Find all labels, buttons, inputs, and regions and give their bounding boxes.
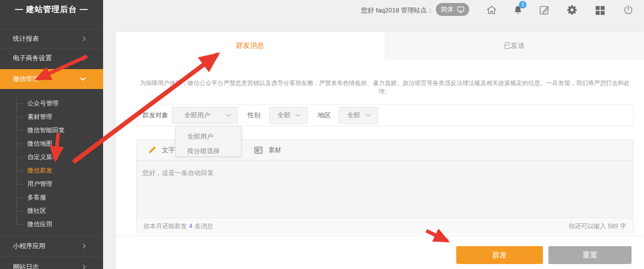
sidebar-item-smart-reply[interactable]: 微信智能回复 (27, 126, 65, 134)
quota-prefix: 你本月还能群发 (143, 223, 187, 230)
app-title: — 建站管理后台 — (0, 4, 103, 15)
tab-mass-send[interactable]: 群发消息 (116, 32, 385, 60)
grid-icon (594, 4, 606, 16)
chevron-right-icon (82, 36, 86, 42)
gender-select[interactable]: 全部 (269, 107, 308, 124)
send-button[interactable]: 群发 (456, 246, 543, 264)
site-label: 管理站点： (401, 6, 433, 15)
dropdown-option-by-group[interactable]: 按分组选择 (176, 144, 241, 158)
sidebar-item-wechat[interactable]: 微信管理 (0, 69, 103, 89)
message-textarea[interactable]: 您好，这是一条自动回复 (136, 161, 633, 218)
sidebar-item-material[interactable]: 素材管理 (27, 113, 52, 121)
policy-notice: 为保障用户体验，微信公众平台严禁恶意营销以及诱导分享朋友圈，严禁发布色情低俗、暴… (136, 79, 634, 96)
apps-button[interactable] (593, 3, 607, 17)
target-dropdown: 全部用户 按分组选择 (175, 126, 242, 157)
sidebar-item-micro-community[interactable]: 微社区 (27, 207, 46, 215)
sidebar-item-miniprogram[interactable]: 小程序应用 (0, 235, 103, 256)
editor-tab-label: 文字 (162, 146, 175, 155)
editor-tab-text[interactable]: 文字 (147, 145, 175, 155)
sidebar-item-statistics[interactable]: 统计报表 (0, 29, 103, 48)
chevron-down-icon (80, 77, 86, 81)
sidebar-item-label: 网站日志 (13, 263, 39, 269)
editor-footer: 你本月还能群发4条消息 你还可以输入 589 字 (136, 218, 633, 234)
sidebar-item-label: 统计报表 (13, 34, 39, 43)
sidebar: — 建站管理后台 — 统计报表 电子商务设置 微信管理 公众号管理 素材管理 微… (0, 0, 103, 269)
edit-button[interactable] (537, 3, 551, 17)
target-form-row: 群发对象 全部用户 性别 全部 地区 全部 (136, 104, 634, 126)
tab-sent[interactable]: 已发送 (385, 32, 644, 60)
sidebar-item-label: 电子商务设置 (13, 54, 52, 63)
chevron-down-icon (365, 113, 372, 117)
quota-count: 4 (189, 223, 193, 230)
main-panel: 群发消息 已发送 为保障用户体验，微信公众平台严禁恶意营销以及诱导分享朋友圈，严… (116, 32, 644, 269)
dropdown-option-all-users[interactable]: 全部用户 (176, 129, 241, 144)
pencil-icon (147, 145, 157, 155)
sidebar-item-multi-service[interactable]: 多客服 (27, 193, 46, 201)
sidebar-item-mass-send[interactable]: 微信群发 (27, 167, 52, 175)
notification-badge: 0 (519, 1, 526, 8)
edit-icon (538, 4, 550, 16)
user-greeting: 您好 faq2018 (361, 6, 399, 15)
gender-label: 性别 (248, 111, 260, 120)
settings-button[interactable] (565, 3, 579, 17)
region-label: 地区 (318, 111, 331, 120)
target-select[interactable]: 全部用户 (172, 107, 238, 124)
monitor-icon (457, 6, 465, 13)
power-icon (623, 4, 634, 16)
footer-divider (116, 236, 644, 236)
chevron-right-icon (82, 264, 86, 269)
sidebar-item-custom-menu[interactable]: 自定义菜单 (27, 153, 59, 161)
material-icon (254, 146, 263, 155)
sidebar-item-label: 微信管理 (13, 75, 39, 84)
chevron-down-icon (225, 113, 232, 117)
region-select[interactable]: 全部 (339, 107, 378, 124)
sidebar-item-official-account[interactable]: 公众号管理 (27, 99, 59, 107)
remaining-chars-text: 你还可以输入 589 字 (569, 222, 626, 231)
sidebar-item-wechat-map[interactable]: 微信地图 (27, 140, 52, 148)
quota-text: 你本月还能群发4条消息 (143, 222, 213, 231)
app-screen: — 建站管理后台 — 统计报表 电子商务设置 微信管理 公众号管理 素材管理 微… (0, 0, 644, 269)
chevron-right-icon (82, 243, 86, 249)
sidebar-item-ecommerce[interactable]: 电子商务设置 (0, 48, 103, 68)
gender-value: 全部 (277, 111, 290, 120)
home-icon (486, 4, 498, 16)
editor-tab-label: 素材 (268, 146, 281, 155)
target-label: 群发对象 (142, 111, 168, 120)
chevron-right-icon (82, 55, 86, 61)
language-label: 简体 (441, 5, 454, 14)
gear-icon (566, 4, 578, 16)
quota-suffix: 条消息 (194, 223, 213, 230)
home-button[interactable] (485, 3, 499, 17)
sidebar-item-user-management[interactable]: 用户管理 (27, 180, 52, 188)
notifications-button[interactable]: 0 (511, 3, 525, 17)
editor-tab-material[interactable]: 素材 (254, 146, 281, 155)
sidebar-item-site-log[interactable]: 网站日志 (0, 256, 103, 269)
region-value: 全部 (347, 111, 360, 120)
submenu-tree-line (16, 94, 17, 224)
sidebar-item-label: 小程序应用 (13, 242, 45, 251)
chevron-down-icon (295, 113, 301, 117)
logout-button[interactable] (621, 3, 635, 17)
reset-button[interactable]: 重置 (548, 246, 632, 264)
sidebar-item-wechat-app[interactable]: 微信应用 (27, 220, 52, 228)
target-value: 全部用户 (184, 111, 210, 120)
language-button[interactable]: 简体 (436, 3, 469, 16)
